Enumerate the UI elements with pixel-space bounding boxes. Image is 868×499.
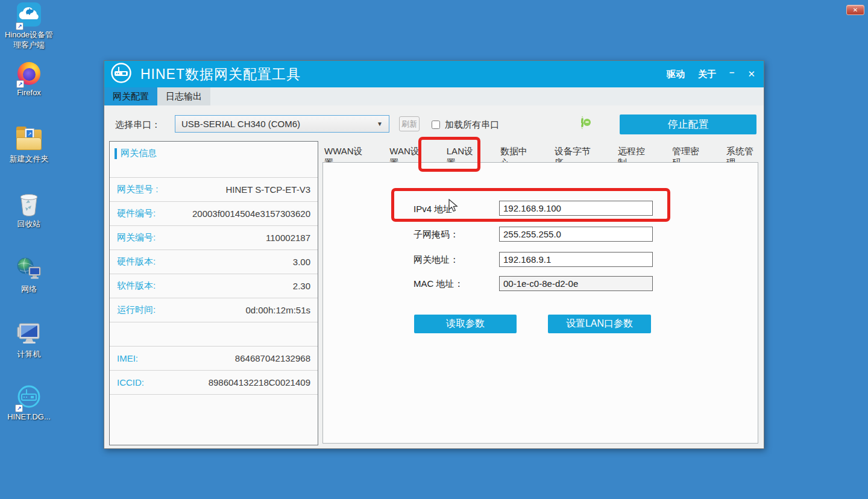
close-icon: ✕ — [853, 7, 858, 13]
app-window: HINET数据网关配置工具 驱动 关于 – ✕ 网关配置 日志输出 选择串口： … — [104, 60, 764, 449]
close-button[interactable]: ✕ — [747, 69, 755, 80]
desktop-icon-network[interactable]: 网络 — [0, 257, 58, 295]
recycle-bin-icon — [18, 191, 40, 219]
read-params-button[interactable]: 读取参数 — [414, 315, 517, 333]
overlay-close-button[interactable]: ✕ — [846, 5, 864, 15]
shortcut-arrow-icon: ↗ — [16, 22, 24, 30]
chevron-down-icon: ▼ — [377, 121, 383, 127]
info-row-gateway-id: 网关编号: 110002187 — [110, 226, 318, 250]
mac-address-input[interactable] — [499, 276, 653, 291]
gateway-info-panel: 网关信息 网关型号 : HINET S-TCP-ET-V3 硬件编号: 2000… — [109, 141, 318, 445]
gateway-address-input[interactable] — [499, 252, 653, 267]
info-row-model: 网关型号 : HINET S-TCP-ET-V3 — [110, 178, 318, 202]
info-row-iccid: ICCID: 898604132218C0021409 — [110, 371, 318, 395]
tab-log-output[interactable]: 日志输出 — [157, 87, 210, 105]
stop-config-button[interactable]: 停止配置 — [620, 115, 756, 134]
info-row-uptime: 运行时间: 0d:00h:12m:51s — [110, 298, 318, 322]
main-tab-bar: 网关配置 日志输出 — [104, 87, 764, 105]
info-row-empty — [110, 322, 318, 347]
desktop-icon-label: Hinode设备管理客户端 — [2, 30, 55, 51]
computer-icon — [17, 322, 41, 348]
desktop-icon-label: 回收站 — [17, 219, 41, 230]
info-row-hardware-id: 硬件编号: 20003f0014504e3157303620 — [110, 202, 318, 226]
info-row-hw-version: 硬件版本: 3.00 — [110, 250, 318, 274]
load-all-ports-checkbox[interactable] — [432, 121, 440, 129]
gateway-address-label: 网关地址： — [414, 254, 459, 266]
ipv4-address-input[interactable] — [499, 201, 653, 216]
minimize-button[interactable]: – — [729, 67, 734, 77]
shortcut-arrow-icon: ↗ — [16, 80, 24, 88]
connection-status-icon — [581, 118, 583, 128]
info-row-sw-version: 软件版本: 2.30 — [110, 274, 318, 298]
desktop-icon-label: 计算机 — [17, 350, 41, 360]
gateway-info-title: 网关信息 — [121, 148, 157, 159]
titlebar: HINET数据网关配置工具 驱动 关于 – ✕ — [104, 61, 764, 87]
desktop-icon-recycle-bin[interactable]: 回收站 — [0, 192, 58, 230]
set-lan-params-button[interactable]: 设置LAN口参数 — [548, 315, 651, 333]
app-router-icon — [110, 62, 132, 86]
desktop-icon-new-folder[interactable]: ↗ 新建文件夹 — [0, 127, 58, 165]
refresh-button[interactable]: 刷新 — [399, 116, 420, 131]
mac-address-label: MAC 地址： — [414, 278, 464, 290]
folder-icon: ↗ — [16, 130, 42, 150]
about-menu-button[interactable]: 关于 — [698, 69, 716, 80]
desktop-icon-hinode[interactable]: ↗ Hinode设备管理客户端 — [0, 2, 58, 51]
window-title: HINET数据网关配置工具 — [140, 65, 301, 84]
desktop-icon-label: HINET.DG... — [7, 412, 51, 422]
gateway-info-rows: 网关型号 : HINET S-TCP-ET-V3 硬件编号: 20003f001… — [110, 177, 318, 395]
ipv4-address-label: IPv4 地址 — [414, 204, 452, 215]
serial-port-label: 选择串口： — [115, 119, 160, 131]
desktop-icon-firefox[interactable]: ↗ Firefox — [0, 60, 58, 98]
gateway-info-header: 网关信息 — [115, 148, 157, 159]
load-all-ports-label: 加载所有串口 — [445, 119, 499, 131]
serial-port-value: USB-SERIAL CH340 (COM6) — [181, 119, 300, 129]
network-icon — [16, 257, 42, 283]
driver-menu-button[interactable]: 驱动 — [667, 69, 685, 80]
header-accent-bar — [115, 148, 117, 159]
desktop-icon-label: 新建文件夹 — [10, 154, 49, 165]
desktop-icon-hinet-dg[interactable]: ↗ HINET.DG... — [0, 384, 58, 422]
tab-gateway-config[interactable]: 网关配置 — [104, 87, 157, 105]
shortcut-arrow-icon: ↗ — [15, 404, 23, 412]
info-row-imei: IMEI: 864687042132968 — [110, 347, 318, 371]
subnet-mask-input[interactable] — [499, 227, 653, 242]
desktop-icon-label: Firefox — [17, 88, 41, 98]
desktop-icon-label: 网络 — [21, 284, 37, 295]
subnet-mask-label: 子网掩码： — [414, 229, 459, 240]
desktop-icon-computer[interactable]: 计算机 — [0, 322, 58, 360]
serial-port-select[interactable]: USB-SERIAL CH340 (COM6) ▼ — [175, 115, 389, 133]
